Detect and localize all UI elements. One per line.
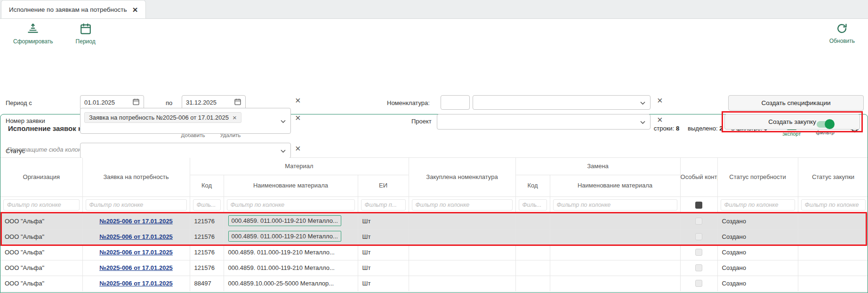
special-control-checkbox[interactable] — [695, 249, 702, 256]
refresh-button[interactable]: Обновить — [829, 23, 855, 44]
table-row[interactable]: ООО "Альфа" №2025-006 от 17.01.2025 1215… — [0, 213, 868, 229]
material-highlighted-cell: 000.4859. 011.000-119-210 Металло... — [228, 231, 341, 242]
period-label: Период — [76, 38, 96, 45]
col-header-purchased[interactable]: Закуплена номенклатура — [409, 158, 515, 196]
filter-replace-name-input[interactable] — [553, 199, 677, 211]
col-header-need-status[interactable]: Статус потребности — [717, 158, 798, 196]
col-header-unit[interactable]: ЕИ — [358, 175, 409, 196]
request-number-label: Номер заявки — [6, 117, 45, 124]
special-control-filter-checkbox[interactable] — [695, 202, 702, 209]
special-control-checkbox[interactable] — [695, 218, 702, 225]
cell-purchased — [409, 229, 515, 244]
close-tab-icon[interactable]: × — [133, 5, 138, 14]
clear-request-icon[interactable]: × — [295, 113, 301, 122]
filter-code-input[interactable] — [193, 199, 221, 211]
col-header-code[interactable]: Код — [190, 175, 224, 196]
cell-purchased — [409, 244, 515, 260]
filter-purchased-input[interactable] — [412, 199, 513, 211]
filter-org-input[interactable] — [3, 199, 80, 211]
cell-need-status: Создано — [717, 260, 798, 276]
chevron-down-icon[interactable] — [281, 147, 286, 154]
rows-count-value: 8 — [676, 125, 679, 132]
clear-period-icon[interactable]: × — [295, 96, 301, 105]
chevron-down-icon[interactable] — [640, 118, 645, 125]
col-header-org[interactable]: Организация — [0, 158, 82, 196]
refresh-label: Обновить — [829, 38, 855, 44]
col-header-replace-name[interactable]: Наименование материала — [550, 175, 680, 196]
table-row[interactable]: ООО "Альфа" №2025-006 от 17.01.2025 1215… — [0, 244, 868, 260]
cell-purchase-status — [798, 213, 868, 229]
request-link[interactable]: №2025-006 от 17.01.2025 — [99, 218, 173, 225]
cell-org: ООО "Альфа" — [0, 276, 82, 291]
filter-material-input[interactable] — [227, 199, 355, 211]
generate-button[interactable]: Сформировать — [13, 23, 53, 45]
col-header-replace-code[interactable]: Код — [515, 175, 550, 196]
filter-replace-code-input[interactable] — [519, 199, 547, 211]
create-specifications-button[interactable]: Создать спецификации — [728, 95, 864, 111]
tab-execution-requests[interactable]: Исполнение по заявкам на потребность × — [1, 0, 146, 18]
filter-purchase-status-input[interactable] — [801, 199, 866, 211]
request-chip[interactable]: Заявка на потребность №2025-006 от 17.01… — [84, 112, 241, 123]
request-link[interactable]: №2025-006 от 17.01.2025 — [99, 233, 173, 240]
refresh-icon — [836, 23, 848, 36]
col-header-request[interactable]: Заявка на потребность — [82, 158, 190, 196]
cell-special — [680, 260, 717, 276]
cell-replace-code — [515, 260, 550, 276]
table-row[interactable]: ООО "Альфа" №2025-006 от 17.01.2025 8849… — [0, 276, 868, 291]
clear-project-icon[interactable]: × — [657, 115, 663, 124]
filter-cell-request — [82, 196, 190, 213]
request-link[interactable]: №2025-006 от 17.01.2025 — [99, 280, 173, 287]
nomenclature-select[interactable] — [473, 95, 651, 110]
cell-unit: Шт — [358, 213, 409, 229]
period-button[interactable]: Период — [76, 23, 96, 45]
col-group-material: Материал — [190, 158, 409, 175]
chevron-down-icon[interactable] — [640, 99, 645, 106]
cell-request: №2025-006 от 17.01.2025 — [82, 276, 190, 291]
status-label: Статус — [6, 147, 25, 155]
table-row[interactable]: ООО "Альфа" №2025-006 от 17.01.2025 1215… — [0, 260, 868, 276]
material-highlighted-cell: 000.4859. 011.000-119-210 Металло... — [228, 215, 341, 226]
create-purchase-button[interactable]: Создать закупку — [724, 114, 860, 130]
cell-request: №2025-006 от 17.01.2025 — [82, 213, 190, 229]
col-group-replace: Замена — [515, 158, 680, 175]
cell-request: №2025-006 от 17.01.2025 — [82, 229, 190, 244]
period-from-input[interactable] — [84, 99, 125, 106]
cell-purchased — [409, 213, 515, 229]
col-header-purchase-status[interactable]: Статус закупки — [798, 158, 868, 196]
cell-replace-code — [515, 244, 550, 260]
request-number-multiselect[interactable]: Заявка на потребность №2025-006 от 17.01… — [80, 108, 291, 134]
date-picker-icon[interactable] — [234, 98, 241, 107]
period-to-label: по — [166, 99, 172, 106]
project-select[interactable] — [437, 114, 651, 130]
table-row[interactable]: ООО "Альфа" №2025-006 от 17.01.2025 1215… — [0, 229, 868, 244]
col-header-special-control[interactable]: Особый контроль — [680, 158, 717, 196]
annotation-create-purchase: Создать закупку — [722, 111, 863, 132]
col-header-material-name[interactable]: Наименование материала — [224, 175, 358, 196]
clear-status-icon[interactable]: × — [295, 144, 301, 153]
remove-chip-icon[interactable]: × — [233, 114, 237, 121]
special-control-checkbox[interactable] — [695, 264, 702, 271]
chevron-down-icon[interactable] — [281, 117, 286, 124]
cell-code: 88497 — [190, 276, 224, 291]
cell-need-status: Создано — [717, 213, 798, 229]
period-to-input[interactable] — [186, 99, 226, 106]
date-picker-icon[interactable] — [132, 98, 140, 107]
filter-need-status-input[interactable] — [721, 199, 795, 211]
special-control-checkbox[interactable] — [695, 233, 702, 240]
filter-unit-input[interactable] — [361, 199, 406, 211]
filter-request-input[interactable] — [86, 199, 187, 211]
request-link[interactable]: №2025-006 от 17.01.2025 — [99, 249, 173, 256]
status-select[interactable] — [80, 143, 291, 158]
clear-nomenclature-icon[interactable]: × — [657, 96, 663, 105]
cell-material: 000.4859. 011.000-119-210 Металло... — [224, 213, 358, 229]
cell-org: ООО "Альфа" — [0, 244, 82, 260]
request-link[interactable]: №2025-006 от 17.01.2025 — [99, 264, 173, 271]
cell-need-status: Создано — [717, 276, 798, 291]
special-control-checkbox[interactable] — [695, 280, 702, 287]
cell-replace-name — [550, 276, 680, 291]
filter-cell-replace-name — [550, 196, 680, 213]
results-panel: Исполнение заявок на потребность за 2025… — [0, 114, 868, 293]
cell-replace-name — [550, 213, 680, 229]
cell-purchased — [409, 260, 515, 276]
nomenclature-code-input[interactable] — [441, 95, 470, 110]
